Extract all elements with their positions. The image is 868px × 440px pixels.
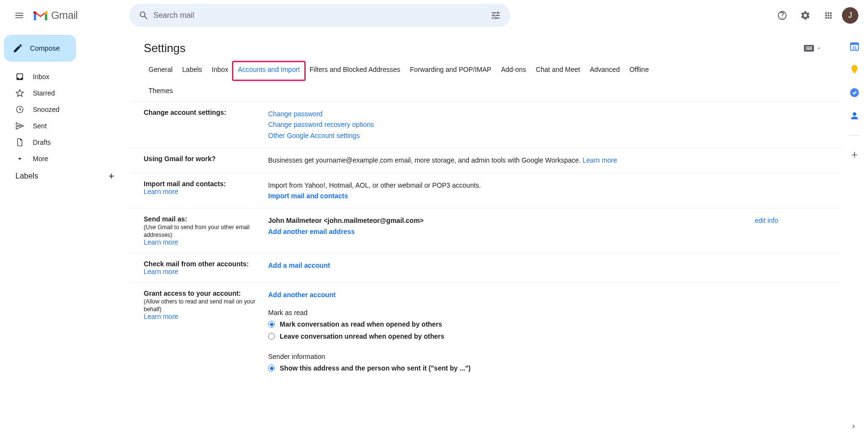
apps-grid-icon xyxy=(824,11,833,20)
tab-addons[interactable]: Add-ons xyxy=(496,62,531,80)
clock-icon xyxy=(15,105,24,114)
main-menu-button[interactable] xyxy=(8,4,31,27)
keyboard-icon: ⌨ xyxy=(804,45,814,52)
tab-inbox[interactable]: Inbox xyxy=(207,62,233,80)
input-tools-select[interactable]: ⌨ xyxy=(804,45,822,52)
sidebar-item-inbox[interactable]: Inbox xyxy=(4,69,125,85)
tab-advanced[interactable]: Advanced xyxy=(585,62,624,80)
settings-button[interactable] xyxy=(796,6,815,25)
sidebar-item-more[interactable]: More xyxy=(4,151,125,167)
link-import-learn-more[interactable]: Learn more xyxy=(144,188,178,195)
section-sublabel: (Use Gmail to send from your other email… xyxy=(144,224,249,238)
sidebar-item-label: Sent xyxy=(33,122,47,130)
section-sublabel: (Allow others to read and send mail on y… xyxy=(144,298,255,313)
settings-tabs: General Labels Inbox Accounts and Import… xyxy=(129,55,841,102)
sidebar-item-drafts[interactable]: Drafts xyxy=(4,134,125,151)
radio-icon xyxy=(268,321,275,328)
sidebar-item-label: Inbox xyxy=(33,73,49,81)
radio-show-address[interactable]: Show this address and the person who sen… xyxy=(268,363,827,373)
sidebar-item-label: Starred xyxy=(33,89,55,97)
settings-panel: Settings ⌨ General Labels Inbox Accounts… xyxy=(129,33,841,438)
side-panel-collapse-button[interactable] xyxy=(846,419,861,434)
star-icon xyxy=(15,89,24,97)
contacts-app-icon[interactable] xyxy=(849,110,860,122)
radio-label: Mark conversation as read when opened by… xyxy=(280,319,442,330)
app-header: Gmail J xyxy=(0,0,868,31)
page-title: Settings xyxy=(144,41,186,55)
chevron-down-icon xyxy=(15,154,24,163)
compose-label: Compose xyxy=(30,44,60,52)
tab-filters[interactable]: Filters and Blocked Addresses xyxy=(305,62,405,80)
section-label: Using Gmail for work? xyxy=(144,155,216,163)
side-panel-divider xyxy=(849,135,860,136)
tab-chat-meet[interactable]: Chat and Meet xyxy=(531,62,585,80)
support-button[interactable] xyxy=(773,6,792,25)
tab-accounts-import[interactable]: Accounts and Import xyxy=(233,62,304,80)
link-add-mail-account[interactable]: Add a mail account xyxy=(268,260,827,271)
get-addons-button[interactable] xyxy=(849,149,860,161)
link-work-learn-more[interactable]: Learn more xyxy=(583,156,617,164)
account-avatar[interactable]: J xyxy=(842,7,858,24)
section-label: Change account settings: xyxy=(144,109,226,116)
tab-forwarding[interactable]: Forwarding and POP/IMAP xyxy=(405,62,496,80)
send-as-identity: John Mailmeteor <john.mailmeteor@gmail.c… xyxy=(268,215,424,226)
sidebar-item-label: Snoozed xyxy=(33,106,59,113)
section-grant-access: Grant access to your account: (Allow oth… xyxy=(129,283,841,381)
dropdown-arrow-icon xyxy=(816,45,822,51)
tasks-app-icon[interactable] xyxy=(849,87,860,98)
gmail-m-icon xyxy=(33,10,48,21)
link-import-action[interactable]: Import mail and contacts xyxy=(268,191,827,201)
link-checkmail-learn-more[interactable]: Learn more xyxy=(144,268,178,275)
link-change-recovery[interactable]: Change password recovery options xyxy=(268,119,827,130)
link-change-password[interactable]: Change password xyxy=(268,109,827,119)
section-label: Send mail as: xyxy=(144,215,187,223)
section-label: Check mail from other accounts: xyxy=(144,260,249,268)
sidebar-item-starred[interactable]: Starred xyxy=(4,85,125,101)
search-button[interactable] xyxy=(134,6,153,25)
sidebar: Compose Inbox Starred Snoozed Sent Draft… xyxy=(0,31,125,440)
section-work: Using Gmail for work? Businesses get you… xyxy=(129,148,841,173)
chevron-right-icon xyxy=(850,423,857,430)
sidebar-item-snoozed[interactable]: Snoozed xyxy=(4,101,125,118)
brand-text: Gmail xyxy=(51,9,78,22)
labels-header: Labels xyxy=(4,167,125,182)
add-label-button[interactable] xyxy=(107,172,116,180)
import-text: Import from Yahoo!, Hotmail, AOL, or oth… xyxy=(268,180,827,191)
tab-general[interactable]: General xyxy=(144,62,177,80)
section-import: Import mail and contacts: Learn more Imp… xyxy=(129,173,841,209)
labels-title: Labels xyxy=(15,172,38,180)
link-other-google-settings[interactable]: Other Google Account settings xyxy=(268,130,827,141)
section-label: Import mail and contacts: xyxy=(144,180,226,188)
svg-rect-2 xyxy=(851,43,859,45)
tab-offline[interactable]: Offline xyxy=(624,62,653,80)
radio-leave-unread[interactable]: Leave conversation unread when opened by… xyxy=(268,331,827,342)
search-bar[interactable] xyxy=(129,4,510,27)
radio-mark-read[interactable]: Mark conversation as read when opened by… xyxy=(268,319,827,330)
sidebar-item-label: Drafts xyxy=(33,138,51,146)
calendar-app-icon[interactable]: 31 xyxy=(849,41,860,52)
tab-themes[interactable]: Themes xyxy=(144,80,832,101)
search-options-button[interactable] xyxy=(486,6,505,25)
radio-icon xyxy=(268,333,275,340)
tune-icon xyxy=(490,10,501,21)
help-icon xyxy=(777,10,787,21)
sidebar-item-sent[interactable]: Sent xyxy=(4,118,125,134)
section-label: Grant access to your account: xyxy=(144,289,241,297)
file-icon xyxy=(15,138,24,147)
link-add-another-account[interactable]: Add another account xyxy=(268,289,827,300)
gmail-logo[interactable]: Gmail xyxy=(33,9,78,22)
keep-app-icon[interactable] xyxy=(849,64,860,75)
svg-text:31: 31 xyxy=(852,46,857,50)
google-apps-button[interactable] xyxy=(819,6,838,25)
svg-point-6 xyxy=(853,112,856,116)
compose-button[interactable]: Compose xyxy=(4,35,76,62)
link-add-email-address[interactable]: Add another email address xyxy=(268,226,827,237)
radio-icon xyxy=(268,365,275,371)
link-grant-learn-more[interactable]: Learn more xyxy=(144,313,178,320)
radio-label: Leave conversation unread when opened by… xyxy=(280,331,445,342)
gear-icon xyxy=(800,10,811,21)
link-edit-info[interactable]: edit info xyxy=(755,215,778,226)
link-sendas-learn-more[interactable]: Learn more xyxy=(144,238,178,246)
tab-labels[interactable]: Labels xyxy=(177,62,207,80)
search-input[interactable] xyxy=(153,11,486,20)
